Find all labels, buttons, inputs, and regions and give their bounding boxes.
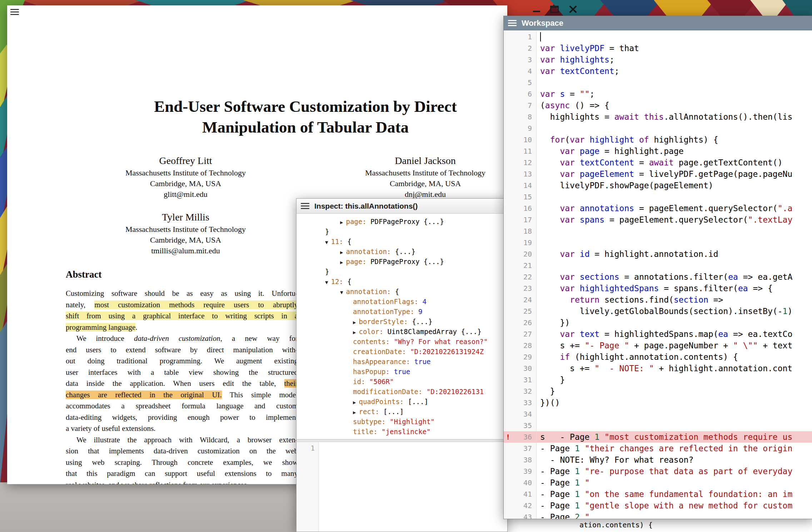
code-content[interactable]: livelyPDF.showPage(pageElement) (537, 180, 812, 191)
close-icon[interactable] (569, 5, 577, 14)
code-content[interactable]: return sections.find(section => (537, 294, 812, 305)
workspace-titlebar[interactable]: Workspace (504, 16, 812, 30)
code-content[interactable]: }) (537, 317, 812, 328)
code-content[interactable]: var sections = annotations.filter(ea => … (537, 271, 812, 283)
author-affiliation: Massachusetts Institute of Technology (305, 168, 507, 178)
code-content[interactable]: s += "- Page " + page.pageNumber + " \""… (537, 340, 812, 351)
line-gutter: 16 (504, 203, 537, 214)
code-content[interactable] (537, 31, 812, 43)
code-content[interactable]: var highlights; (537, 54, 812, 65)
code-token: "most customization methods require us (604, 432, 792, 442)
code-content[interactable]: - Page 1 "on the same fundamental founda… (537, 488, 812, 500)
code-line: 17 var spans = pageElement.querySelector… (504, 214, 812, 225)
code-content[interactable] (537, 260, 812, 271)
code-content[interactable]: lively.getGlobalBounds(section).insetBy(… (537, 305, 812, 317)
code-content[interactable]: var page = highlight.page (537, 145, 812, 157)
code-content[interactable]: var id = highlight.annotation.id (537, 248, 812, 260)
code-content[interactable]: var textContent = await page.getTextCont… (537, 157, 812, 168)
code-token: ; (590, 89, 595, 99)
code-content[interactable] (537, 420, 812, 431)
code-content[interactable]: - Page 1 " (537, 477, 812, 488)
pdf-menu-icon[interactable] (10, 9, 19, 15)
code-content[interactable]: })() (537, 397, 812, 408)
code-content[interactable]: if (highlight.annotation.contents) { (537, 351, 812, 363)
line-number: 25 (513, 305, 536, 317)
code-line: 27 var text = highlightedSpans.map(ea =>… (504, 328, 812, 340)
code-content[interactable]: for(var highlight of highlights) { (537, 134, 812, 145)
collapse-icon[interactable]: ▼ (325, 239, 328, 245)
expand-icon[interactable]: ▶ (353, 409, 356, 415)
collapse-icon[interactable]: ▼ (325, 279, 328, 285)
code-content[interactable]: var s = ""; (537, 88, 812, 100)
minimize-icon[interactable] (533, 11, 540, 12)
code-token: 1 (575, 501, 580, 510)
code-content[interactable]: s += " - NOTE: " + highlight.annotation.… (537, 363, 812, 374)
icon-bar (10, 9, 19, 10)
maximize-icon[interactable] (550, 6, 559, 13)
code-content[interactable]: - Page 2 " (537, 511, 812, 519)
code-token: page.getTextContent() (674, 158, 783, 167)
code-content[interactable]: var annotations = pageElement.querySelec… (537, 203, 812, 214)
line-gutter: 8 (504, 111, 537, 123)
code-token: => ea.textCo (728, 329, 792, 339)
code-content[interactable]: var highlightedSpans = spans.filter(ea =… (537, 283, 812, 294)
code-content[interactable]: - NOTE: Why? For what reason? (537, 454, 812, 466)
code-content[interactable] (537, 77, 812, 88)
code-content[interactable]: - Page 1 "gentle slope with a new method… (537, 500, 812, 511)
highlight-mark[interactable]: changes are reflected in the original UI… (66, 391, 222, 399)
error-marker (504, 214, 513, 225)
line-gutter: 7 (504, 100, 537, 111)
highlight-mark[interactable]: most customization methods require users… (94, 300, 298, 309)
tree-value (422, 388, 426, 396)
code-content[interactable]: var text = highlightedSpans.map(ea => ea… (537, 328, 812, 340)
code-content[interactable]: var pageElement = livelyPDF.getPage(page… (537, 168, 812, 180)
inspector-titlebar[interactable]: Inspect: this.allAnnotations() (297, 199, 507, 214)
code-content[interactable] (537, 237, 812, 248)
workspace-editor[interactable]: 12var livelyPDF = that3var highlights;4v… (504, 30, 812, 519)
code-content[interactable] (537, 191, 812, 203)
tree-value: "Why? For what reason?" (394, 338, 488, 345)
author-block: Daniel JacksonMassachusetts Institute of… (305, 154, 507, 200)
expand-icon[interactable]: ▶ (353, 329, 356, 335)
code-token: var (560, 169, 579, 179)
expand-icon[interactable]: ▶ (353, 319, 356, 325)
code-content[interactable] (537, 408, 812, 420)
code-token (580, 489, 585, 499)
expand-icon[interactable]: ▶ (340, 259, 343, 265)
code-content[interactable]: var spans = pageElement.querySelector(".… (537, 214, 812, 225)
line-number: 33 (513, 397, 536, 408)
expand-icon[interactable]: ▶ (340, 219, 343, 225)
code-content[interactable]: (async () => { (537, 100, 812, 111)
code-content[interactable] (537, 225, 812, 237)
line-number: 3 (513, 54, 536, 65)
highlight-mark[interactable]: programming language (66, 323, 135, 332)
workspace-menu-icon[interactable] (508, 20, 517, 26)
background-editor-fragment[interactable]: ation.contents) { (503, 518, 812, 532)
code-content[interactable] (537, 123, 812, 134)
code-content[interactable]: var textContent; (537, 65, 812, 77)
highlight-mark[interactable]: shift from using a graphical interface t… (66, 312, 298, 320)
code-token: lively.getGlobalBounds(section).insetBy(… (540, 307, 783, 316)
inspector-menu-icon[interactable] (301, 203, 309, 209)
collapse-icon[interactable]: ▼ (340, 289, 343, 295)
code-line: 3var highlights; (504, 54, 812, 65)
expand-icon[interactable]: ▶ (353, 399, 356, 405)
code-token: if (560, 352, 570, 362)
code-content[interactable]: var livelyPDF = that (537, 43, 812, 54)
code-content[interactable]: } (537, 386, 812, 397)
pane-resizer[interactable] (297, 439, 507, 442)
code-content[interactable]: - Page 1 "re- purpose that data as part … (537, 466, 812, 477)
tree-line: } (297, 227, 507, 237)
code-content[interactable]: s - Page 1 "most customization methods r… (537, 431, 812, 443)
code-token: var (560, 249, 579, 259)
code-line: 23 var highlightedSpans = spans.filter(e… (504, 283, 812, 294)
code-token: section (674, 295, 708, 304)
code-line: 9 (504, 123, 812, 134)
line-gutter: 35 (504, 420, 537, 431)
code-content[interactable]: - Page 1 "their changes are reflected in… (537, 443, 812, 454)
eval-editor[interactable] (319, 442, 507, 532)
expand-icon[interactable]: ▶ (340, 249, 343, 255)
code-content[interactable]: highlights = await this.allAnnotations()… (537, 111, 812, 123)
code-content[interactable]: } (537, 374, 812, 386)
author-affiliation: Cambridge, MA, USA (66, 235, 305, 245)
